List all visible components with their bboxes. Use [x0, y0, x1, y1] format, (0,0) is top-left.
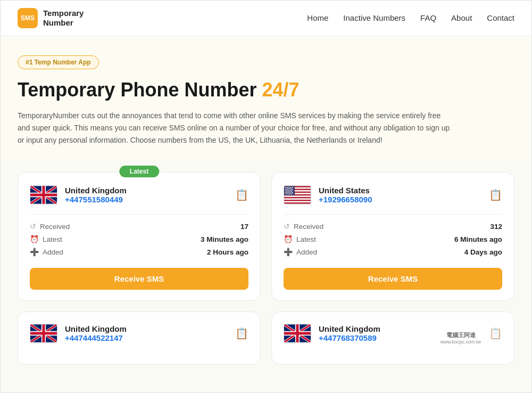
copy-icon-2[interactable]: 📋 [489, 189, 502, 201]
received-icon-1: ↺ [30, 222, 36, 231]
hero-title: Temporary Phone Number 24/7 [18, 79, 514, 101]
latest-badge: Latest [119, 166, 159, 177]
svg-point-16 [289, 189, 290, 190]
country-info-1: United Kingdom +447551580449 [30, 185, 127, 204]
svg-point-10 [287, 187, 288, 188]
card-header-4: United Kingdom +447768370589 📋 [284, 324, 502, 343]
navbar: SMS Temporary Number Home Inactive Numbe… [1, 1, 531, 36]
nav-home[interactable]: Home [307, 13, 328, 22]
card-stats-2: ↺ Received 312 ⏰ Latest 6 Minutes ago ➕ [284, 222, 502, 256]
divider-1 [30, 214, 248, 215]
svg-point-23 [286, 191, 287, 192]
phone-card-3: United Kingdom +447444522147 📋 [18, 312, 261, 365]
svg-point-14 [286, 189, 287, 190]
flag-uk-1 [30, 185, 57, 204]
svg-rect-7 [284, 201, 311, 203]
nav-links: Home Inactive Numbers FAQ About Contact [307, 13, 514, 23]
nav-inactive-numbers[interactable]: Inactive Numbers [343, 13, 405, 22]
svg-point-34 [289, 194, 290, 195]
svg-point-29 [288, 192, 289, 193]
country-name-4: United Kingdom +447768370589 [319, 324, 380, 342]
svg-point-21 [290, 190, 292, 191]
svg-rect-6 [284, 199, 311, 200]
svg-point-28 [287, 192, 288, 193]
added-icon-2: ➕ [284, 248, 293, 256]
stat-latest-1: ⏰ Latest 3 Minutes ago [30, 235, 248, 243]
svg-point-13 [292, 187, 293, 188]
country-name-2: United States +19296658090 [319, 186, 372, 204]
card-header-3: United Kingdom +447444522147 📋 [30, 324, 248, 343]
svg-point-25 [289, 191, 290, 192]
stat-latest-2: ⏰ Latest 6 Minutes ago [284, 235, 502, 243]
added-icon-1: ➕ [30, 248, 39, 256]
divider-2 [284, 214, 502, 215]
stat-received-1: ↺ Received 17 [30, 222, 248, 231]
stat-added-1: ➕ Added 2 Hours ago [30, 248, 248, 256]
svg-point-33 [288, 194, 289, 195]
svg-point-24 [288, 191, 289, 192]
hero-section: #1 Temp Number App Temporary Phone Numbe… [1, 36, 531, 159]
country-name-3: United Kingdom +447444522147 [65, 324, 127, 342]
svg-point-11 [288, 187, 289, 188]
latest-icon-1: ⏰ [30, 235, 39, 243]
logo-text: Temporary Number [43, 9, 84, 28]
receive-sms-button-1[interactable]: Receive SMS [30, 268, 248, 290]
country-name-1: United Kingdom +447551580449 [65, 186, 127, 204]
card-header-1: United Kingdom +447551580449 📋 [30, 185, 248, 204]
card-stats-1: ↺ Received 17 ⏰ Latest 3 Minutes ago ➕ A [30, 222, 248, 256]
card-header-2: United States +19296658090 📋 [284, 185, 502, 204]
receive-sms-button-2[interactable]: Receive SMS [284, 268, 502, 290]
flag-uk-4 [284, 324, 311, 343]
logo: SMS Temporary Number [18, 8, 84, 28]
svg-point-17 [291, 189, 292, 190]
svg-point-20 [288, 190, 289, 191]
copy-icon-4[interactable]: 📋 [489, 327, 502, 340]
country-info-2: United States +19296658090 [284, 185, 372, 204]
phone-card-1: Latest United Kingdom +447 [18, 172, 261, 301]
cards-grid: Latest United Kingdom +447 [1, 159, 531, 382]
flag-us-2 [284, 185, 311, 204]
copy-icon-1[interactable]: 📋 [235, 189, 248, 201]
nav-contact[interactable]: Contact [487, 13, 514, 22]
svg-point-22 [292, 190, 293, 191]
stat-received-2: ↺ Received 312 [284, 222, 502, 231]
svg-point-18 [285, 190, 286, 191]
svg-point-26 [291, 191, 292, 192]
stat-added-2: ➕ Added 4 Days ago [284, 248, 502, 256]
country-info-4: United Kingdom +447768370589 [284, 324, 380, 343]
svg-point-35 [291, 194, 292, 195]
flag-uk-3 [30, 324, 57, 343]
nav-faq[interactable]: FAQ [420, 13, 436, 22]
svg-point-31 [292, 192, 293, 193]
phone-card-4: United Kingdom +447768370589 📋 電腦王阿達 www… [271, 312, 514, 365]
svg-point-27 [285, 192, 286, 193]
svg-point-30 [290, 192, 292, 193]
received-icon-2: ↺ [284, 222, 290, 231]
latest-icon-2: ⏰ [284, 235, 293, 243]
svg-point-12 [290, 187, 292, 188]
svg-point-32 [286, 194, 287, 195]
svg-point-19 [287, 190, 288, 191]
copy-icon-3[interactable]: 📋 [235, 327, 248, 340]
logo-icon: SMS [18, 8, 38, 28]
hero-description: TemporaryNumber cuts out the annoyances … [18, 110, 454, 146]
country-info-3: United Kingdom +447444522147 [30, 324, 127, 343]
svg-point-15 [288, 189, 289, 190]
svg-point-9 [285, 187, 286, 188]
svg-rect-5 [284, 196, 311, 198]
phone-card-2: United States +19296658090 📋 ↺ Received … [271, 172, 514, 301]
nav-about[interactable]: About [451, 13, 472, 22]
hero-badge: #1 Temp Number App [18, 55, 99, 69]
